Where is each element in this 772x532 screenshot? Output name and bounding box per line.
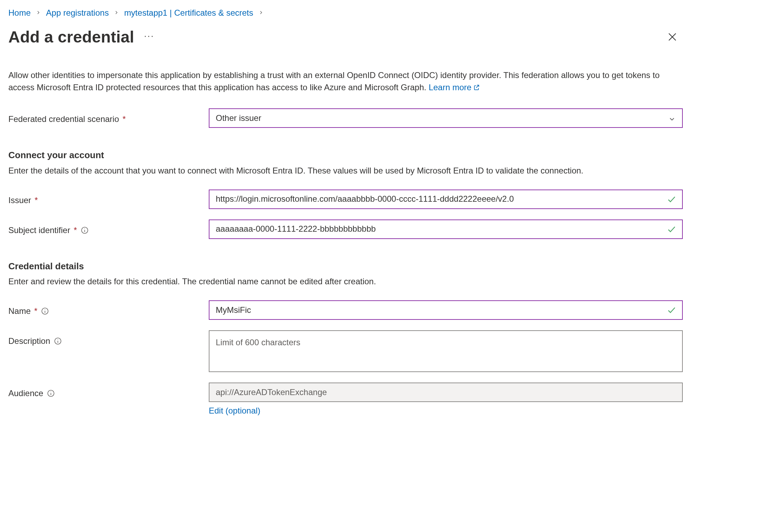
breadcrumb-certificates-secrets[interactable]: mytestapp1 | Certificates & secrets bbox=[124, 7, 253, 19]
chevron-right-icon bbox=[114, 8, 119, 18]
svg-point-4 bbox=[84, 229, 85, 229]
page-title: Add a credential bbox=[8, 25, 134, 49]
connect-subtext: Enter the details of the account that yo… bbox=[8, 165, 685, 177]
subject-input-wrapper bbox=[209, 219, 683, 239]
connect-heading: Connect your account bbox=[8, 149, 685, 162]
required-indicator: * bbox=[35, 194, 38, 207]
audience-readonly: api://AzureADTokenExchange bbox=[209, 383, 683, 402]
info-icon[interactable] bbox=[41, 307, 49, 315]
chevron-down-icon bbox=[668, 114, 676, 122]
svg-point-10 bbox=[58, 339, 58, 340]
issuer-input-wrapper bbox=[209, 190, 683, 209]
subject-label: Subject identifier bbox=[8, 224, 70, 237]
info-icon[interactable] bbox=[81, 226, 89, 234]
chevron-right-icon bbox=[258, 8, 264, 18]
breadcrumb-home[interactable]: Home bbox=[8, 7, 31, 19]
scenario-selected-value: Other issuer bbox=[216, 112, 261, 124]
description-label: Description bbox=[8, 335, 50, 347]
breadcrumb-app-registrations[interactable]: App registrations bbox=[46, 7, 109, 19]
issuer-label: Issuer bbox=[8, 194, 31, 207]
svg-point-13 bbox=[51, 392, 51, 392]
check-icon bbox=[667, 224, 677, 234]
description-input[interactable] bbox=[216, 337, 676, 367]
check-icon bbox=[667, 194, 677, 204]
scenario-select[interactable]: Other issuer bbox=[209, 108, 683, 128]
scenario-label: Federated credential scenario bbox=[8, 113, 119, 125]
check-icon bbox=[667, 305, 677, 315]
issuer-input[interactable] bbox=[216, 193, 663, 205]
details-heading: Credential details bbox=[8, 260, 685, 273]
chevron-right-icon bbox=[36, 8, 41, 18]
audience-value: api://AzureADTokenExchange bbox=[216, 386, 327, 399]
breadcrumb: Home App registrations mytestapp1 | Cert… bbox=[8, 7, 685, 19]
name-input[interactable] bbox=[216, 304, 663, 316]
required-indicator: * bbox=[34, 305, 37, 317]
info-icon[interactable] bbox=[54, 337, 62, 345]
learn-more-link[interactable]: Learn more bbox=[429, 83, 480, 92]
name-label: Name bbox=[8, 305, 31, 317]
external-link-icon bbox=[473, 82, 480, 94]
description-textarea-wrapper bbox=[209, 330, 683, 372]
audience-edit-link[interactable]: Edit (optional) bbox=[209, 406, 260, 415]
intro-text: Allow other identities to impersonate th… bbox=[8, 69, 685, 94]
svg-point-7 bbox=[45, 309, 46, 310]
required-indicator: * bbox=[123, 113, 126, 125]
more-actions-button[interactable]: ··· bbox=[144, 31, 154, 43]
name-input-wrapper bbox=[209, 300, 683, 320]
audience-label: Audience bbox=[8, 387, 43, 400]
subject-input[interactable] bbox=[216, 223, 663, 235]
details-subtext: Enter and review the details for this cr… bbox=[8, 276, 685, 288]
close-button[interactable] bbox=[666, 31, 678, 43]
info-icon[interactable] bbox=[47, 389, 55, 398]
required-indicator: * bbox=[74, 224, 77, 237]
